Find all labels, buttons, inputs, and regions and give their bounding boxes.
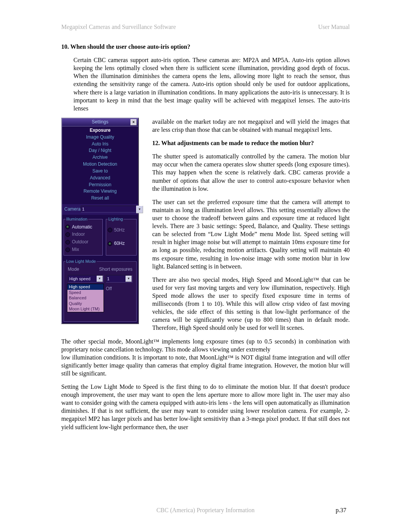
header-right: User Manual (318, 24, 350, 30)
radio-mix[interactable]: Mix (65, 246, 101, 254)
menu-image-quality[interactable]: Image Quality (62, 134, 138, 141)
para-12d-cont: low illumination conditions. It is impor… (61, 353, 350, 377)
short-exp-label: Short exposures (99, 267, 132, 273)
low-light-legend: Low Light Mode (65, 259, 97, 264)
radio-50hz[interactable]: 50Hz (108, 224, 135, 237)
para-10a: Certain CBC cameras support auto-iris op… (73, 56, 350, 112)
chevron-down-icon[interactable]: ▼ (97, 276, 103, 282)
menu-save-to[interactable]: Save to (62, 168, 138, 175)
chevron-down-icon[interactable]: ▼ (136, 206, 143, 213)
menu-permission[interactable]: Permission (62, 182, 138, 189)
header-left: Megapixel Cameras and Surveillance Softw… (61, 24, 176, 30)
radio-dot-icon (108, 228, 112, 232)
mode-select[interactable]: High speed ▼ (68, 275, 104, 283)
panel-titlebar: Settings × (62, 118, 138, 126)
radio-outdoor[interactable]: Outdoor (65, 238, 101, 246)
mode-label: Mode (68, 267, 97, 273)
footer-center: CBC (America) Proprietary Information (0, 507, 411, 514)
menu-remote-viewing[interactable]: Remote Viewing (62, 188, 138, 195)
menu-day-night[interactable]: Day / Night (62, 147, 138, 154)
mode-opt-moonlight[interactable]: Moon Light (TM) (67, 306, 104, 312)
menu-motion-detection[interactable]: Motion Detection (62, 161, 138, 168)
radio-dot-icon (108, 241, 112, 246)
chevron-down-icon[interactable]: ▼ (126, 276, 132, 282)
panel-title: Settings (92, 119, 108, 125)
heading-10: 10. When should the user choose auto-iri… (61, 43, 350, 51)
menu-advanced[interactable]: Advanced (62, 175, 138, 182)
short-exp-select[interactable]: 1 ▼ (106, 275, 132, 283)
menu-auto-iris[interactable]: Auto Iris (62, 141, 138, 148)
para-12d: The other special mode, MoonLight™ imple… (61, 337, 350, 353)
radio-dot-icon (65, 248, 70, 252)
menu-exposure[interactable]: Exposure (62, 127, 138, 134)
settings-panel: Settings × Exposure Image Quality Auto I… (61, 118, 139, 324)
lighting-legend: Lighting (108, 216, 124, 222)
radio-dot-icon (65, 240, 70, 244)
camera-select[interactable]: ▼ (81, 206, 143, 213)
footer-page: p.37 (336, 507, 346, 514)
panel-menu: Exposure Image Quality Auto Iris Day / N… (62, 126, 138, 204)
close-icon[interactable]: × (131, 119, 137, 125)
para-12e: Setting the Low Light Mode to Speed is t… (61, 383, 350, 431)
illumination-legend: Illumination (65, 216, 88, 222)
camera-row: Camera ▼ (62, 204, 138, 215)
radio-dot-icon (65, 232, 70, 237)
radio-indoor[interactable]: Indoor (65, 231, 101, 238)
radio-dot-icon (65, 225, 70, 229)
menu-reset-all[interactable]: Reset all (62, 195, 138, 202)
radio-60hz[interactable]: 60Hz (108, 237, 135, 251)
mode-opt-high-speed[interactable]: High speed (67, 284, 104, 290)
settings-panel-wrap: Settings × Exposure Image Quality Auto I… (61, 118, 147, 324)
camera-label: Camera (64, 206, 81, 212)
off-label: Off (106, 286, 112, 292)
menu-archive[interactable]: Archive (62, 154, 138, 161)
camera-value[interactable] (81, 206, 136, 212)
radio-automatic[interactable]: Automatic (65, 224, 101, 231)
